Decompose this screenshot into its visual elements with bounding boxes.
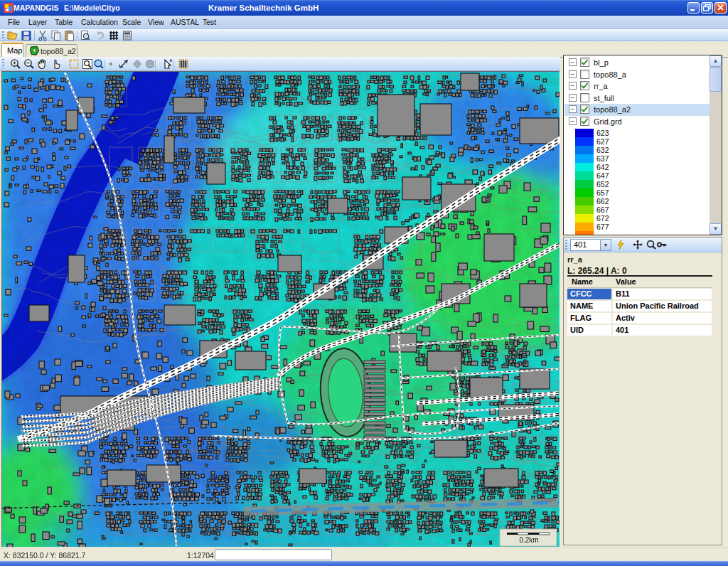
svg-text:0.2km: 0.2km (519, 536, 538, 544)
